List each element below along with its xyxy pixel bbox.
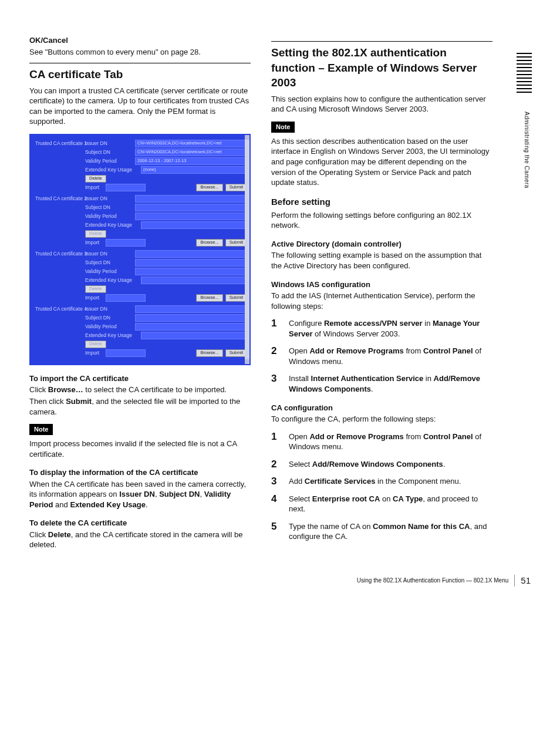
- import-label: Import: [85, 184, 106, 191]
- browse-button[interactable]: Browse...: [196, 184, 222, 191]
- note-badge: Note: [29, 424, 53, 435]
- page-columns: OK/Cancel See "Buttons common to every m…: [29, 35, 531, 551]
- eku-value: [141, 277, 247, 284]
- issuer-value: [135, 305, 247, 313]
- import-body-1: Click Browse… to select the CA certifica…: [29, 385, 251, 395]
- ok-cancel-heading: OK/Cancel: [29, 35, 251, 46]
- issuer-label: Issuer DN: [85, 251, 135, 257]
- validity-value: [135, 213, 247, 220]
- step-item: Select Add/Remove Windows Components.: [271, 459, 492, 470]
- ias-heading: Windows IAS configuration: [271, 279, 492, 290]
- subject-value: [135, 204, 247, 211]
- ca-steps: Open Add or Remove Programs from Control…: [271, 432, 492, 542]
- submit-button[interactable]: Submit: [225, 239, 247, 247]
- delete-body: Click Delete, and the CA certificate sto…: [29, 530, 251, 550]
- eku-label: Extended Key Usage: [85, 332, 141, 339]
- import-field[interactable]: [106, 184, 146, 191]
- step-item: Open Add or Remove Programs from Control…: [271, 346, 492, 366]
- issuer-label: Issuer DN: [85, 140, 135, 147]
- ias-body: To add the IAS (Internet Authentication …: [271, 291, 492, 311]
- step-item: Select Enterprise root CA on CA Type, an…: [271, 494, 492, 514]
- eku-label: Extended Key Usage: [85, 167, 141, 173]
- validity-label: Validity Period: [85, 213, 135, 220]
- import-label: Import: [85, 240, 106, 246]
- subject-label: Subject DN: [85, 315, 135, 321]
- step-item: Install Internet Authentication Service …: [271, 373, 492, 394]
- browse-button[interactable]: Browse...: [196, 349, 222, 357]
- step-item: Add Certificate Services in the Componen…: [271, 476, 492, 487]
- note-badge-2: Note: [271, 122, 295, 133]
- eku-label: Extended Key Usage: [85, 222, 141, 228]
- validity-label: Validity Period: [85, 324, 135, 330]
- cert-block: Trusted CA certificate 4Issuer DNSubject…: [35, 305, 247, 357]
- browse-button[interactable]: Browse...: [196, 294, 222, 302]
- eku-value: (none): [141, 166, 247, 174]
- issuer-value: CN=WIN2003CA,DC=localnetwork,DC=net: [135, 140, 247, 147]
- validity-value: [135, 323, 247, 331]
- footer-text: Using the 802.1X Authentication Function…: [357, 577, 509, 585]
- ok-cancel-body: See "Buttons common to every menu" on pa…: [29, 47, 251, 58]
- import-field[interactable]: [106, 239, 146, 247]
- ca-cert-tab-para: You can import a trusted CA certificate …: [29, 86, 251, 127]
- submit-button[interactable]: Submit: [225, 184, 247, 191]
- ca-config-body: To configure the CA, perform the followi…: [271, 414, 492, 424]
- cert-block: Trusted CA certificate 2Issuer DNSubject…: [35, 195, 247, 247]
- import-label: Import: [85, 350, 106, 356]
- submit-button[interactable]: Submit: [225, 349, 247, 357]
- step-item: Configure Remote access/VPN server in Ma…: [271, 318, 492, 339]
- ias-steps: Configure Remote access/VPN server in Ma…: [271, 318, 492, 394]
- ca-cert-tab-heading: CA certificate Tab: [29, 63, 251, 82]
- import-body-2: Then click Submit, and the selected file…: [29, 396, 251, 417]
- subject-label: Subject DN: [85, 149, 135, 156]
- submit-button[interactable]: Submit: [225, 294, 247, 302]
- ca-cert-screenshot: Trusted CA certificate 1Issuer DNCN=WIN2…: [29, 134, 251, 365]
- note-body-2: As this section describes authentication…: [271, 136, 492, 188]
- step-item: Open Add or Remove Programs from Control…: [271, 432, 492, 452]
- ad-body: The following setting example is based o…: [271, 250, 492, 271]
- display-heading: To display the information of the CA cer…: [29, 467, 251, 478]
- side-rail: Administrating the Camera: [513, 35, 531, 551]
- subject-value: [135, 259, 247, 267]
- before-body: Perform the following settings before co…: [271, 210, 492, 231]
- subject-label: Subject DN: [85, 204, 135, 211]
- setting-heading: Setting the 802.1X authentication functi…: [271, 41, 492, 90]
- import-label: Import: [85, 295, 106, 301]
- delete-button[interactable]: Delete: [85, 285, 106, 293]
- display-body: When the CA certificate has been saved i…: [29, 479, 251, 510]
- before-heading: Before setting: [271, 196, 492, 208]
- validity-label: Validity Period: [85, 158, 135, 164]
- subject-value: CN=WIN2003CA,DC=localnetowrk,DC=net: [135, 149, 247, 156]
- step-item: Type the name of CA on Common Name for t…: [271, 521, 492, 542]
- cert-block: Trusted CA certificate 1Issuer DNCN=WIN2…: [35, 140, 247, 191]
- validity-label: Validity Period: [85, 268, 135, 275]
- issuer-label: Issuer DN: [85, 306, 135, 312]
- issuer-value: [135, 195, 247, 203]
- eku-value: [141, 221, 247, 229]
- delete-button[interactable]: Delete: [85, 175, 106, 183]
- issuer-label: Issuer DN: [85, 196, 135, 202]
- eku-label: Extended Key Usage: [85, 277, 141, 284]
- page-footer: Using the 802.1X Authentication Function…: [29, 575, 531, 587]
- ad-heading: Active Directory (domain controller): [271, 239, 492, 250]
- right-column: Setting the 802.1X authentication functi…: [271, 35, 492, 551]
- validity-value: 2006-12-13 - 2007-12-13: [135, 157, 247, 165]
- note-body: Import process becomes invalid if the se…: [29, 439, 251, 459]
- delete-button[interactable]: Delete: [85, 341, 106, 348]
- subject-value: [135, 314, 247, 322]
- page-number: 51: [514, 575, 531, 587]
- delete-button[interactable]: Delete: [85, 230, 106, 238]
- setting-para: This section explains how to configure t…: [271, 94, 492, 114]
- import-heading: To import the CA certificate: [29, 373, 251, 384]
- issuer-value: [135, 250, 247, 258]
- left-column: OK/Cancel See "Buttons common to every m…: [29, 35, 251, 551]
- import-field[interactable]: [106, 349, 146, 357]
- delete-heading: To delete the CA certificate: [29, 518, 251, 528]
- browse-button[interactable]: Browse...: [196, 239, 222, 247]
- subject-label: Subject DN: [85, 260, 135, 266]
- import-field[interactable]: [106, 294, 146, 302]
- cert-block: Trusted CA certificate 3Issuer DNSubject…: [35, 250, 247, 302]
- eku-value: [141, 332, 247, 339]
- validity-value: [135, 268, 247, 275]
- side-stripes-icon: [517, 53, 532, 94]
- scrollbar[interactable]: [245, 135, 249, 364]
